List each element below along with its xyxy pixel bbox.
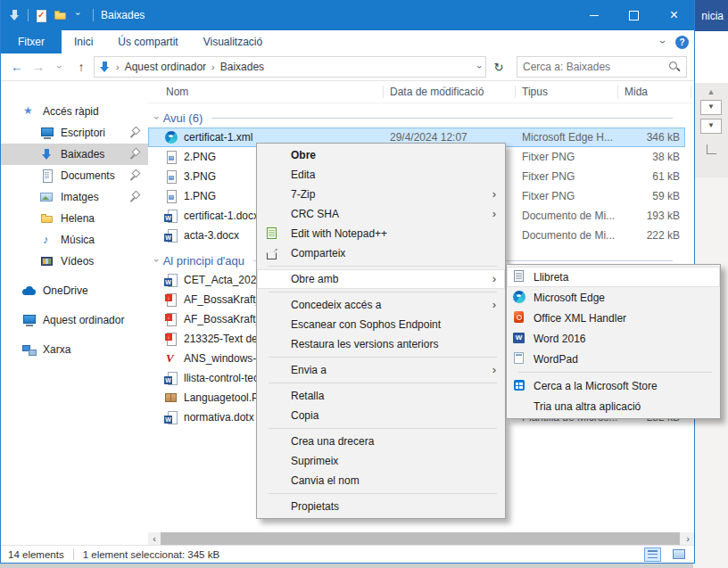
sidebar-item-onedrive[interactable]: OneDrive [1, 280, 148, 301]
breadcrumb-baixades[interactable]: Baixades [219, 61, 266, 73]
file-check-icon[interactable] [34, 8, 48, 22]
tab-visualitzacio[interactable]: Visualització [191, 30, 275, 54]
column-separator[interactable] [515, 86, 516, 98]
menu-item-suprimeix[interactable]: Suprimeix [257, 451, 505, 471]
breadcrumb-aquest-ordinador[interactable]: Aquest ordinador [123, 61, 208, 73]
menu-item-edita[interactable]: Edita [257, 165, 505, 185]
scroll-right-icon[interactable] [682, 532, 694, 545]
refresh-button[interactable] [490, 57, 508, 77]
dropdown-button[interactable]: ▼ [700, 100, 722, 115]
thumbnails-view-button[interactable] [670, 547, 687, 562]
wordpad-icon [512, 351, 526, 366]
menu-item-crea-drecera[interactable]: Crea una drecera [257, 432, 505, 451]
computer-icon [22, 313, 37, 327]
search-icon[interactable] [668, 61, 681, 73]
column-separator[interactable] [617, 86, 618, 98]
menu-separator [518, 372, 712, 373]
collapse-group-chevron-icon[interactable] [155, 111, 159, 124]
dialog-launcher-icon[interactable] [707, 144, 716, 154]
videos-icon [40, 254, 54, 268]
back-button[interactable] [8, 57, 26, 77]
menu-separator [269, 428, 497, 429]
menu-item-propietats[interactable]: Propietats [257, 497, 505, 516]
sidebar-item-baixades[interactable]: Baixades [1, 144, 148, 165]
file-name: certificat-1.docx [184, 206, 259, 226]
menu-item-retalla[interactable]: Retalla [257, 386, 505, 406]
up-button[interactable] [72, 57, 90, 77]
file-name: 1.PNG [184, 186, 216, 206]
submenu-item-word-2016[interactable]: Word 2016 [507, 328, 720, 349]
address-bar[interactable]: Aquest ordinador Baixades [94, 56, 486, 78]
file-size: 38 kB [600, 147, 680, 167]
menu-item-concedeix-acces[interactable]: Concedeix accés a [257, 295, 505, 315]
downloads-icon [8, 8, 22, 22]
open-with-submenu: Llibreta Microsoft Edge Office XML Handl… [506, 264, 721, 419]
sidebar-item-escriptori[interactable]: Escriptori [1, 122, 148, 144]
menu-item-label: Obre [291, 149, 316, 161]
search-box[interactable] [517, 56, 687, 78]
titlebar[interactable]: Baixades [1, 0, 694, 30]
submenu-item-cerca-microsoft-store[interactable]: Cerca a la Microsoft Store [507, 375, 720, 396]
minimize-button[interactable] [574, 0, 614, 30]
menu-item-label: Copia [291, 409, 318, 422]
tab-inici[interactable]: Inici [62, 30, 105, 54]
column-header-nom[interactable]: Nom [166, 81, 188, 103]
menu-item-obre[interactable]: Obre [257, 145, 505, 165]
menu-item-comparteix[interactable]: Comparteix [257, 243, 505, 263]
tab-us-compartit[interactable]: Ús compartit [105, 30, 190, 54]
menu-item-7zip[interactable]: 7-Zip [257, 185, 505, 204]
help-icon[interactable] [675, 36, 689, 49]
sidebar-item-helena[interactable]: Helena [1, 208, 148, 229]
submenu-item-tria-altra-aplicacio[interactable]: Tria una altra aplicació [507, 396, 720, 416]
file-size: 346 kB [600, 128, 680, 147]
column-separator[interactable] [691, 86, 691, 98]
column-header-tipus[interactable]: Tipus [522, 81, 548, 103]
menu-item-crc-sha[interactable]: CRC SHA [257, 204, 505, 224]
menu-item-obre-amb[interactable]: Obre amb [257, 269, 505, 289]
submenu-item-llibreta[interactable]: Llibreta [507, 267, 720, 287]
details-view-button[interactable] [644, 547, 661, 562]
sidebar-item-acces-rapid[interactable]: Accés ràpid [1, 101, 148, 122]
tab-fitxer[interactable]: Fitxer [1, 30, 62, 54]
submenu-item-wordpad[interactable]: WordPad [507, 349, 720, 369]
sidebar-item-aquest-ordinador[interactable]: Aquest ordinador [1, 309, 148, 331]
sidebar-item-documents[interactable]: Documents [1, 165, 148, 186]
menu-item-escanear-sophos[interactable]: Escanear con Sophos Endpoint [257, 315, 505, 334]
menu-item-copia[interactable]: Copia [257, 406, 505, 425]
document-icon [40, 169, 54, 183]
menu-item-label: Office XML Handler [534, 312, 626, 325]
expand-ribbon-chevron-icon[interactable] [661, 36, 665, 48]
maximize-button[interactable] [614, 0, 654, 30]
menu-item-edit-with-notepadpp[interactable]: Edit with Notepad++ [257, 224, 505, 243]
column-separator[interactable] [383, 86, 384, 98]
breadcrumb-separator-icon [116, 61, 120, 73]
sidebar-item-imatges[interactable]: Imatges [1, 186, 148, 208]
close-button[interactable] [654, 0, 694, 30]
menu-item-label: WordPad [534, 353, 578, 366]
customize-toolbar-arrow-icon[interactable] [73, 8, 87, 22]
word-file-icon [164, 410, 178, 424]
sidebar-item-musica[interactable]: Música [1, 229, 148, 251]
sidebar-item-xarxa[interactable]: Xarxa [1, 339, 148, 360]
submenu-item-microsoft-edge[interactable]: Microsoft Edge [507, 287, 720, 308]
column-header-mida[interactable]: Mida [625, 81, 648, 103]
search-input[interactable] [523, 61, 668, 73]
scrollbar-thumb[interactable] [161, 532, 680, 545]
forward-button[interactable] [29, 57, 47, 77]
address-dropdown-icon[interactable] [478, 61, 482, 73]
folder-icon[interactable] [54, 8, 68, 22]
background-window-title: nicia [701, 10, 724, 22]
menu-item-canvia-el-nom[interactable]: Canvia el nom [257, 471, 505, 490]
scroll-left-icon[interactable] [148, 532, 161, 545]
split-dropdown-button[interactable]: ▼ [700, 119, 722, 134]
scroll-up-icon[interactable]: ▲ [707, 88, 716, 96]
horizontal-scrollbar[interactable] [148, 532, 694, 545]
column-header-data[interactable]: Data de modificació [390, 81, 484, 103]
submenu-item-office-xml-handler[interactable]: Office XML Handler [507, 308, 720, 328]
recent-locations-dropdown[interactable] [51, 57, 69, 77]
menu-item-envia-a[interactable]: Envia a [257, 360, 505, 380]
collapse-group-chevron-icon[interactable] [155, 254, 159, 267]
group-header-avui[interactable]: Avui (6) [148, 108, 685, 128]
sidebar-item-videos[interactable]: Vídeos [1, 251, 148, 272]
menu-item-restaura-versions[interactable]: Restaura les versions anteriors [257, 334, 505, 354]
